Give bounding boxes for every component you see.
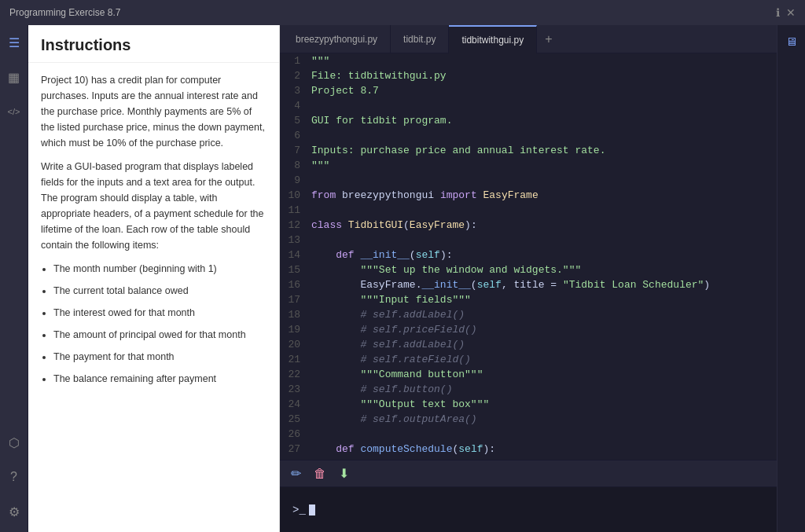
edit-button[interactable]: ✏ [288,464,304,482]
sidebar-bottom: ⬡ ? ⚙ [3,431,25,532]
info-icon[interactable]: ℹ [776,6,780,19]
instructions-panel: Instructions Project 10) has a credit pl… [28,25,280,532]
code-line-23: 23 # self.button() [280,382,777,397]
tab-tidbitwithgui[interactable]: tidbitwithgui.py [449,25,537,53]
sidebar-item-settings[interactable]: ⚙ [3,501,25,523]
sidebar-item-code[interactable]: </> [3,101,25,123]
instructions-para-2: Write a GUI-based program that displays … [41,159,266,253]
code-line-24: 24 """Output text box""" [280,397,777,412]
terminal-prompt-text: >_ [292,504,306,516]
right-panel: 🖥 [777,25,805,532]
code-line-9: 9 [280,173,777,188]
instructions-content: Project 10) has a credit plan for comput… [28,63,279,532]
code-line-20: 20 # self.addLabel() [280,337,777,352]
tab-tidbit[interactable]: tidbit.py [391,25,449,53]
code-line-12: 12 class TidbitGUI(EasyFrame): [280,218,777,233]
code-line-8: 8 """ [280,158,777,173]
tab-breezypythongui[interactable]: breezypythongui.py [283,25,391,53]
code-line-3: 3 Project 8.7 [280,83,777,98]
bullet-3: The interest owed for that month [53,305,266,321]
instructions-para-1: Project 10) has a credit plan for comput… [41,72,266,151]
code-line-10: 10 from breezypythongui import EasyFrame [280,188,777,203]
bullet-1: The month number (beginning with 1) [53,261,266,277]
code-line-26: 26 [280,427,777,442]
title-bar: Programming Exercise 8.7 ℹ ✕ [0,0,805,25]
bullet-2: The current total balance owed [53,283,266,299]
monitor-icon[interactable]: 🖥 [782,31,800,51]
code-line-25: 25 # self.outputArea() [280,412,777,427]
instructions-bullets: The month number (beginning with 1) The … [53,261,266,387]
main-layout: ☰ ▦ </> ⬡ ? ⚙ Instructions Project 10) h… [0,25,805,532]
sidebar-icons: ☰ ▦ </> ⬡ ? ⚙ [0,25,28,532]
sidebar-item-help[interactable]: ? [3,466,25,488]
window-title: Programming Exercise 8.7 [9,7,120,18]
tabs-bar: breezypythongui.py tidbit.py tidbitwithg… [280,25,777,53]
title-controls: ℹ ✕ [776,6,796,19]
code-line-4: 4 [280,98,777,113]
code-line-1: 1 """ [280,53,777,68]
terminal: >_ [280,486,777,532]
editor-footer: ✏ 🗑 ⬇ [280,460,777,486]
delete-button[interactable]: 🗑 [311,465,329,482]
code-area: breezypythongui.py tidbit.py tidbitwithg… [280,25,777,532]
code-line-17: 17 """Input fields""" [280,292,777,307]
terminal-prompt: >_ [292,504,315,516]
terminal-cursor [309,504,315,515]
close-icon[interactable]: ✕ [786,6,796,19]
sidebar-item-chart[interactable]: ▦ [3,66,25,88]
code-line-14: 14 def __init__(self): [280,248,777,262]
download-button[interactable]: ⬇ [336,464,352,482]
code-line-27: 27 def computeSchedule(self): [280,442,777,457]
code-line-2: 2 File: tidbitwithgui.py [280,68,777,83]
bullet-4: The amount of principal owed for that mo… [53,327,266,343]
code-editor[interactable]: 1 """ 2 File: tidbitwithgui.py 3 Project… [280,53,777,460]
code-line-16: 16 EasyFrame.__init__(self, title = "Tid… [280,277,777,292]
code-line-19: 19 # self.priceField() [280,322,777,337]
code-line-21: 21 # self.rateField() [280,352,777,367]
bullet-5: The payment for that month [53,349,266,365]
code-line-22: 22 """Command button""" [280,367,777,382]
code-line-7: 7 Inputs: purchase price and annual inte… [280,143,777,158]
bullet-6: The balance remaining after payment [53,371,266,387]
sidebar-item-instructions[interactable]: ☰ [3,31,25,53]
code-line-11: 11 [280,203,777,218]
code-line-5: 5 GUI for tidbit program. [280,113,777,128]
code-line-6: 6 [280,128,777,143]
sidebar-item-share[interactable]: ⬡ [3,431,25,453]
code-line-13: 13 [280,233,777,248]
instructions-header: Instructions [28,25,279,63]
code-line-18: 18 # self.addLabel() [280,307,777,322]
add-tab-button[interactable]: + [537,25,560,53]
code-line-15: 15 """Set up the window and widgets.""" [280,262,777,277]
